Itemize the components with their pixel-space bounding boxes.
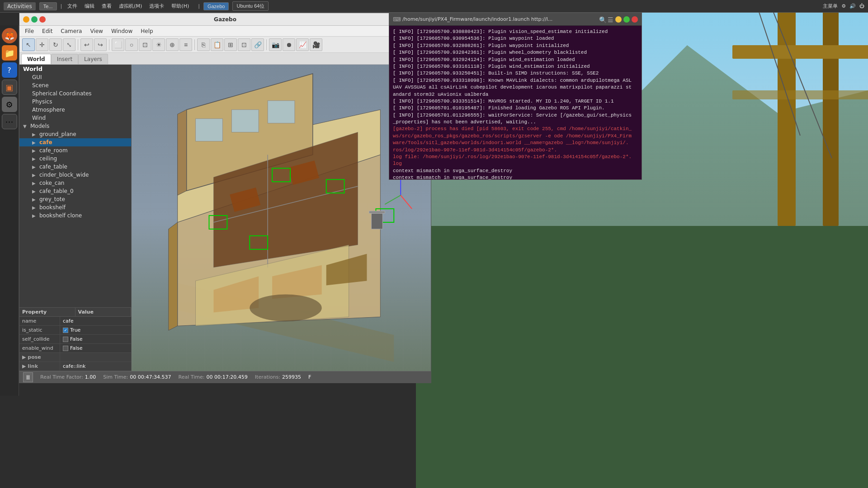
taskbar-settings[interactable]: ⚙ — [841, 3, 846, 9]
taskbar-menu-wenj[interactable]: 文件 — [66, 3, 79, 9]
bookshelf-label: bookshelf — [39, 204, 66, 211]
menu-view[interactable]: View — [86, 27, 106, 35]
dock-firefox-icon[interactable]: 🦊 — [2, 28, 17, 43]
toolbar-align-btn[interactable]: ⊞ — [224, 38, 237, 51]
terminal-line-16: ws/src/gazebo_ros_pkgs/gazebo_ros/script… — [393, 133, 638, 140]
menu-file[interactable]: File — [21, 27, 38, 35]
taskbar-menu-chakan[interactable]: 查看 — [100, 3, 113, 9]
tree-item-ground-plane[interactable]: ▶ ground_plane — [19, 130, 131, 138]
enable-wind-checkbox[interactable] — [63, 346, 68, 351]
prop-value-enable-wind[interactable]: False — [60, 344, 131, 352]
toolbar-box-btn[interactable]: ⬜ — [112, 38, 124, 51]
terminal-close-btn[interactable] — [632, 16, 638, 23]
toolbar-redo-btn[interactable]: ↪ — [94, 38, 107, 51]
prop-value-self-collide[interactable]: False — [60, 335, 131, 343]
taskbar-power[interactable]: ⏻ — [859, 3, 864, 9]
taskbar-menu-xuanx[interactable]: 选项卡 — [147, 3, 166, 9]
toolbar-select-btn[interactable]: ↖ — [22, 38, 35, 51]
toolbar-lines-btn[interactable]: ≡ — [179, 38, 192, 51]
dock-help-icon[interactable]: ? — [2, 62, 17, 78]
terminal-maximize-btn[interactable] — [623, 16, 630, 23]
status-bar: ⏸ Real Time Factor: 1.00 Sim Time: 00 00… — [19, 371, 431, 383]
prop-header-value: Value — [75, 308, 132, 316]
toolbar-camera-btn[interactable]: 📷 — [269, 38, 282, 51]
terminal-line-5: [ INFO] [1729605700.932924124]: Plugin w… — [393, 56, 638, 63]
tab-insert[interactable]: Insert — [51, 54, 78, 64]
tree-item-wind[interactable]: Wind — [19, 114, 131, 122]
self-collide-checkbox[interactable] — [63, 337, 68, 342]
viewport[interactable] — [132, 65, 431, 371]
dock-settings-icon[interactable]: ⚙ — [2, 97, 17, 112]
prop-value-is-static[interactable]: ✓ True — [60, 326, 131, 334]
tab-layers[interactable]: Layers — [78, 54, 108, 64]
gazebo-taskbar-btn[interactable]: Gazebo — [203, 2, 229, 10]
sim-time-value: 00 00:47:34.537 — [130, 374, 171, 380]
prop-value-name[interactable]: cafe — [60, 317, 131, 325]
gazebo-tabs: World Insert Layers — [19, 53, 431, 65]
grey-tote-arrow: ▶ — [32, 197, 38, 202]
terminal-minimize-btn[interactable] — [615, 16, 622, 23]
tree-item-atmosphere[interactable]: Atmosphere — [19, 106, 131, 114]
menu-edit[interactable]: Edit — [38, 27, 56, 35]
menu-help[interactable]: Help — [137, 27, 156, 35]
toolbar-cylinder-btn[interactable]: ⊡ — [139, 38, 151, 51]
toolbar-sphere-btn[interactable]: ○ — [125, 38, 138, 51]
tree-item-cafe-table-0[interactable]: ▶ cafe_table_0 — [19, 187, 131, 195]
toolbar-pointlight-btn[interactable]: ⊕ — [166, 38, 179, 51]
activities-btn[interactable]: Activities — [4, 2, 36, 10]
prop-row-link[interactable]: ▶ link cafe::link — [19, 362, 131, 371]
ubuntu-taskbar-btn[interactable]: Ubuntu 64位 — [232, 1, 269, 11]
terminal-search-btn[interactable]: 🔍 — [599, 16, 605, 23]
dock-terminal2-icon[interactable]: ▣ — [2, 80, 17, 95]
tab-world[interactable]: World — [21, 54, 51, 64]
tree-item-models[interactable]: ▼ Models — [19, 122, 131, 130]
tree-item-bookshelf[interactable]: ▶ bookshelf — [19, 203, 131, 211]
toolbar-record-btn[interactable]: ⏺ — [283, 38, 295, 51]
dock-files-icon[interactable]: 📁 — [2, 45, 17, 61]
taskbar-menu-xuniji[interactable]: 虚拟机(M) — [117, 3, 144, 9]
toolbar-sun-btn[interactable]: ☀ — [152, 38, 165, 51]
tree-item-coke-can[interactable]: ▶ coke_can — [19, 179, 131, 187]
tree-item-physics[interactable]: Physics — [19, 98, 131, 106]
pose-arrow: ▶ — [22, 354, 28, 360]
menu-camera[interactable]: Camera — [57, 27, 85, 35]
taskbar-menu-bianji[interactable]: 编辑 — [83, 3, 96, 9]
tree-item-cinder[interactable]: ▶ cinder_block_wide — [19, 171, 131, 179]
is-static-checkbox[interactable]: ✓ — [63, 328, 68, 333]
gazebo-minimize-btn[interactable] — [23, 16, 29, 23]
toolbar-link-btn[interactable]: 🔗 — [251, 38, 264, 51]
tree-item-cafe[interactable]: ▶ cafe — [19, 138, 131, 146]
taskbar-app1-btn[interactable]: Te... — [39, 2, 57, 10]
toolbar-paste-btn[interactable]: 📋 — [211, 38, 223, 51]
taskbar-menu-bangzhu[interactable]: 帮助(H) — [170, 3, 191, 9]
main-area: 🦊 📁 ? ▣ ⚙ ⋯ Gazebo File Edit Camera View… — [0, 13, 868, 488]
toolbar-rotate-btn[interactable]: ↻ — [49, 38, 62, 51]
terminal-menu-btn[interactable]: ☰ — [607, 16, 613, 23]
terminal-content[interactable]: [ INFO] [1729605700.930880423]: Plugin v… — [389, 26, 642, 179]
cafe-table-0-label: cafe_table_0 — [39, 188, 74, 194]
toolbar-undo-btn[interactable]: ↩ — [80, 38, 93, 51]
tree-item-bookshelf-clone[interactable]: ▶ bookshelf clone — [19, 211, 131, 220]
gazebo-close-btn[interactable] — [39, 16, 46, 23]
tree-item-cafe-room[interactable]: ▶ cafe_room — [19, 146, 131, 155]
gazebo-maximize-btn[interactable] — [31, 16, 38, 23]
toolbar-scale-btn[interactable]: ⤡ — [63, 38, 75, 51]
tree-item-cafe-table[interactable]: ▶ cafe_table — [19, 163, 131, 171]
tree-item-gui[interactable]: GUI — [19, 73, 131, 81]
menu-window[interactable]: Window — [108, 27, 136, 35]
pause-button[interactable]: ⏸ — [23, 372, 33, 382]
toolbar-copy-btn[interactable]: ⎘ — [197, 38, 210, 51]
properties-header: Property Value — [19, 308, 131, 317]
tree-item-scene[interactable]: Scene — [19, 81, 131, 89]
toolbar-translate-btn[interactable]: ✛ — [36, 38, 48, 51]
tree-item-ceiling[interactable]: ▶ ceiling — [19, 155, 131, 163]
tree-item-grey-tote[interactable]: ▶ grey_tote — [19, 195, 131, 203]
tree-item-spherical[interactable]: Spherical Coordinates — [19, 89, 131, 98]
prop-name-link: ▶ link — [19, 362, 60, 371]
toolbar-plot-btn[interactable]: 📈 — [296, 38, 309, 51]
toolbar-video-btn[interactable]: 🎥 — [310, 38, 322, 51]
toolbar-snap-btn[interactable]: ⊡ — [238, 38, 250, 51]
taskbar-volume[interactable]: 🔊 — [849, 3, 856, 9]
prop-row-pose[interactable]: ▶ pose — [19, 353, 131, 362]
dock-apps-icon[interactable]: ⋯ — [2, 114, 17, 129]
